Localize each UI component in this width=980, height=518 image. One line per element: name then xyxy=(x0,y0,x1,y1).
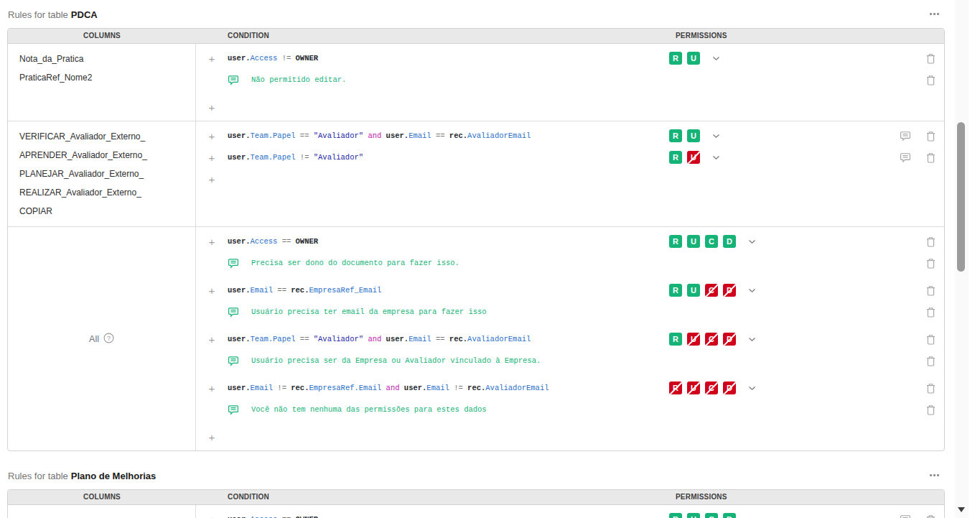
chevron-down-icon[interactable] xyxy=(712,155,720,160)
permission-bit-update-deny[interactable]: U xyxy=(687,151,700,164)
column-name[interactable]: COPIAR xyxy=(19,202,191,221)
memo-button[interactable] xyxy=(900,152,911,163)
delete-rule-button[interactable] xyxy=(926,285,935,296)
add-rule-part-button[interactable]: + xyxy=(205,53,219,64)
section-menu-button[interactable] xyxy=(928,11,941,17)
memo-text[interactable]: Usuário precisa ter email da empresa par… xyxy=(251,307,487,316)
add-rule-button[interactable]: + xyxy=(205,432,219,443)
permissions-set: RU xyxy=(669,52,720,65)
permission-bit-create-deny[interactable]: C xyxy=(705,333,718,346)
add-rule-part-button[interactable]: + xyxy=(205,236,219,247)
permission-bit-delete-allow[interactable]: D xyxy=(723,235,736,248)
rule-condition[interactable]: user.Team.Papel == "Avaliador" and user.… xyxy=(228,131,669,140)
rule-condition[interactable]: user.Email != rec.EmpresaRef.Email and u… xyxy=(228,384,669,392)
delete-rule-button[interactable] xyxy=(926,131,935,142)
memo-icon xyxy=(228,404,239,415)
permission-bit-delete-deny[interactable]: D xyxy=(723,381,736,394)
permissions-set: RU xyxy=(669,151,720,164)
chevron-down-icon[interactable] xyxy=(748,288,756,293)
delete-rule-button[interactable] xyxy=(926,53,935,64)
chevron-down-icon[interactable] xyxy=(712,134,720,139)
permission-bit-update-allow[interactable]: U xyxy=(687,284,700,297)
section-menu-button[interactable] xyxy=(928,473,941,478)
add-rule-part-button[interactable]: + xyxy=(205,131,219,142)
permission-bit-read-deny[interactable]: R xyxy=(669,381,682,394)
condition-token: rec xyxy=(291,384,304,392)
columns-cell: VERIFICAR_Avaliador_Externo_APRENDER_Ava… xyxy=(8,121,196,226)
column-name[interactable]: REALIZAR_Avaliador_Externo_ xyxy=(19,183,191,202)
permission-bit-update-allow[interactable]: U xyxy=(687,52,700,65)
rule-condition[interactable]: user.Email == rec.EmpresaRef_Email xyxy=(228,286,669,295)
delete-memo-button[interactable] xyxy=(926,307,935,318)
memo-button[interactable] xyxy=(900,131,911,142)
permission-bit-read-allow[interactable]: R xyxy=(669,235,682,248)
permission-bit-update-deny[interactable]: U xyxy=(687,381,700,394)
permission-bit-delete-deny[interactable]: D xyxy=(723,284,736,297)
add-rule-part-button[interactable]: + xyxy=(205,285,219,296)
all-columns-indicator: All? xyxy=(89,333,114,346)
delete-rule-button[interactable] xyxy=(926,383,935,394)
add-rule-part-button[interactable]: + xyxy=(205,152,219,163)
column-name[interactable]: PraticaRef_Nome2 xyxy=(19,68,191,87)
rule-condition[interactable]: user.Access != OWNER xyxy=(228,54,669,63)
delete-memo-button[interactable] xyxy=(926,404,935,415)
permission-bit-create-deny[interactable]: C xyxy=(705,381,718,394)
permission-bit-update-allow[interactable]: U xyxy=(687,235,700,248)
column-name[interactable]: APRENDER_Avaliador_Externo_ xyxy=(19,146,191,165)
add-rule-part-button[interactable]: + xyxy=(205,383,219,394)
add-rule-part-button[interactable]: + xyxy=(205,514,219,518)
condition-token: == xyxy=(277,237,295,246)
rule-part-row: +user.Team.Papel == "Avaliador" and user… xyxy=(196,328,944,350)
rule-condition[interactable]: user.Team.Papel == "Avaliador" and user.… xyxy=(228,335,669,343)
scrollbar-down-arrow-icon[interactable] xyxy=(958,507,965,512)
help-icon[interactable]: ? xyxy=(103,333,114,346)
memo-button[interactable] xyxy=(900,514,911,518)
delete-memo-button[interactable] xyxy=(926,258,935,269)
permission-bit-read-allow[interactable]: R xyxy=(669,513,682,518)
permission-bit-update-deny[interactable]: U xyxy=(687,333,700,346)
condition-token: and xyxy=(363,335,386,343)
section-title: Rules for tablePlano de Melhorias xyxy=(8,470,945,481)
permission-bit-delete-deny[interactable]: D xyxy=(723,333,736,346)
permission-bit-read-allow[interactable]: R xyxy=(669,151,682,164)
rule-condition[interactable]: user.Access == OWNER xyxy=(228,515,669,518)
row-actions xyxy=(926,383,944,394)
add-rule-button[interactable]: + xyxy=(205,102,219,113)
delete-memo-button[interactable] xyxy=(926,75,935,85)
rule-condition[interactable]: user.Team.Papel != "Avaliador" xyxy=(228,153,669,162)
permission-bit-read-allow[interactable]: R xyxy=(669,52,682,65)
condition-token: and xyxy=(363,131,386,140)
memo-row: Você não tem nenhuma das permissões para… xyxy=(196,399,944,420)
delete-rule-button[interactable] xyxy=(926,334,935,345)
delete-memo-button[interactable] xyxy=(926,356,935,366)
rule-part-row: +user.Team.Papel == "Avaliador" and user… xyxy=(196,125,944,147)
memo-text[interactable]: Não permitido editar. xyxy=(251,75,346,84)
delete-rule-button[interactable] xyxy=(926,152,935,163)
delete-rule-button[interactable] xyxy=(926,236,935,247)
memo-text[interactable]: Precisa ser dono do documento para fazer… xyxy=(251,259,459,267)
permission-bit-delete-allow[interactable]: D xyxy=(723,513,736,518)
add-rule-button[interactable]: + xyxy=(205,174,219,185)
permission-bit-create-deny[interactable]: C xyxy=(705,284,718,297)
memo-text[interactable]: Usuário precisa ser da Empresa ou Avalia… xyxy=(251,356,541,365)
permission-bit-read-allow[interactable]: R xyxy=(669,333,682,346)
permission-bit-read-allow[interactable]: R xyxy=(669,284,682,297)
chevron-down-icon[interactable] xyxy=(748,239,756,244)
delete-rule-button[interactable] xyxy=(926,514,935,518)
add-rule-part-button[interactable]: + xyxy=(205,334,219,345)
permission-bit-read-allow[interactable]: R xyxy=(669,129,682,142)
permission-bit-update-allow[interactable]: U xyxy=(687,129,700,142)
column-name[interactable]: PLANEJAR_Avaliador_Externo_ xyxy=(19,165,191,183)
chevron-down-icon[interactable] xyxy=(712,56,720,61)
chevron-down-icon[interactable] xyxy=(748,386,756,391)
column-name[interactable]: VERIFICAR_Avaliador_Externo_ xyxy=(19,127,191,146)
chevron-down-icon[interactable] xyxy=(748,337,756,342)
column-name[interactable]: Nota_da_Pratica xyxy=(19,50,191,68)
memo-text[interactable]: Você não tem nenhuma das permissões para… xyxy=(251,405,487,414)
section-title-prefix: Rules for table xyxy=(8,9,68,20)
permission-bit-create-allow[interactable]: C xyxy=(705,513,718,518)
scrollbar-thumb[interactable] xyxy=(957,122,965,272)
permission-bit-create-allow[interactable]: C xyxy=(705,235,718,248)
permission-bit-update-allow[interactable]: U xyxy=(687,513,700,518)
rule-condition[interactable]: user.Access == OWNER xyxy=(228,237,669,246)
